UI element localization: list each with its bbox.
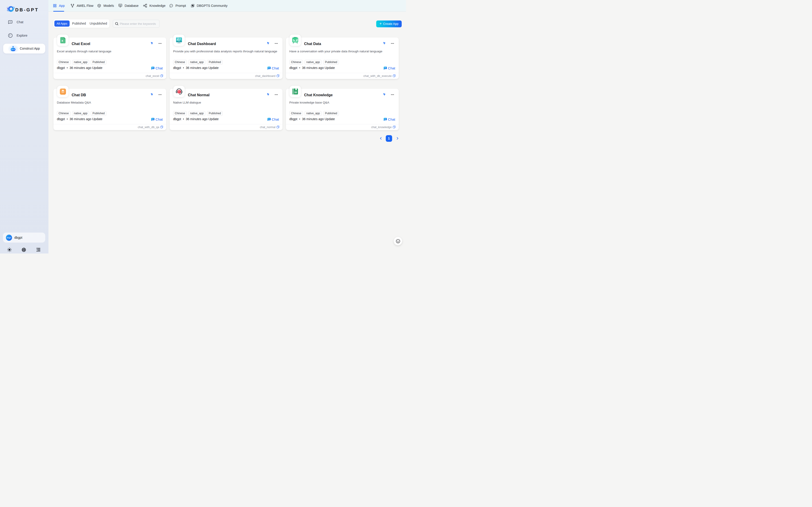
svg-text:x: x: [61, 39, 63, 42]
svg-text:SQL: SQL: [119, 5, 122, 6]
